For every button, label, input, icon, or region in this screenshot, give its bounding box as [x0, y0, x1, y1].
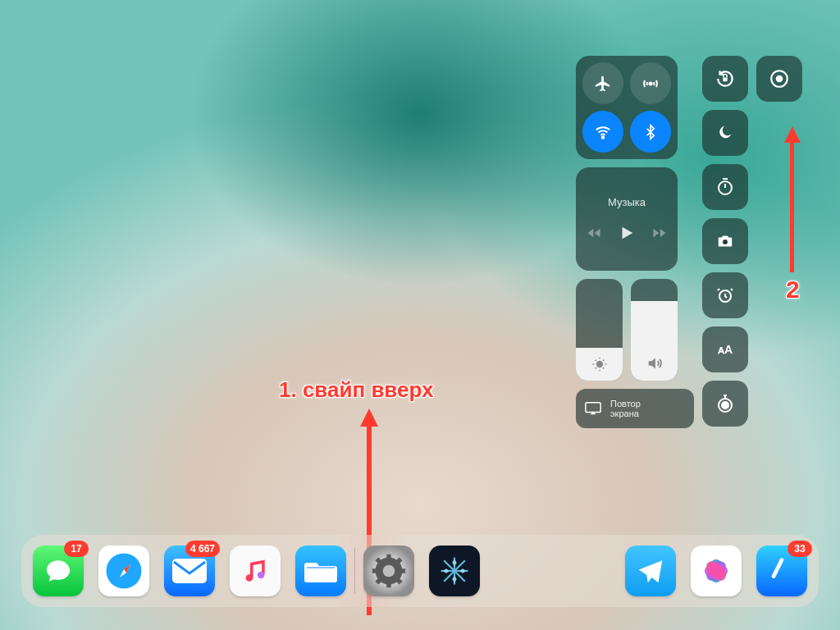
stopwatch-icon [715, 394, 735, 413]
rotation-lock-icon [714, 68, 736, 89]
messages-badge: 17 [64, 541, 89, 557]
photos-icon [696, 551, 736, 591]
sliders-group [576, 279, 694, 381]
wifi-toggle[interactable] [582, 111, 623, 153]
svg-point-16 [258, 572, 265, 579]
settings-app[interactable] [363, 546, 414, 596]
appstore-icon [765, 555, 798, 587]
forward-icon[interactable] [651, 226, 669, 240]
telegram-app[interactable] [625, 546, 676, 596]
airplane-mode-toggle[interactable] [582, 62, 623, 104]
play-icon[interactable] [618, 223, 636, 243]
timer-button[interactable] [702, 164, 748, 210]
bluetooth-toggle[interactable] [630, 111, 671, 153]
cc-column-tiles: ᴀA [702, 56, 748, 427]
dark-app[interactable] [429, 546, 480, 596]
volume-icon [631, 354, 678, 372]
do-not-disturb-button[interactable] [702, 110, 748, 156]
mail-badge: 4 667 [185, 541, 220, 557]
svg-point-15 [246, 574, 253, 582]
dock-center-group [363, 546, 480, 596]
gear-icon [371, 553, 407, 589]
media-widget[interactable]: Музыка [576, 167, 678, 271]
screen-record-button[interactable] [756, 56, 802, 102]
messages-app[interactable]: 17 [33, 546, 84, 596]
svg-point-18 [383, 565, 395, 578]
svg-rect-4 [723, 77, 727, 81]
folder-icon [304, 558, 337, 584]
camera-icon [715, 232, 735, 250]
screen-mirror-label: Повтор экрана [610, 399, 641, 418]
svg-rect-14 [172, 559, 207, 583]
svg-rect-3 [586, 403, 600, 413]
text-size-icon: ᴀA [718, 343, 732, 356]
annotation-step2: 2 [786, 276, 800, 304]
bluetooth-icon [642, 124, 659, 140]
svg-point-11 [776, 75, 783, 83]
text-size-button[interactable]: ᴀA [702, 326, 748, 372]
control-center: Музыка Пов [576, 56, 802, 428]
safari-icon [103, 550, 145, 592]
mail-app[interactable]: 4 667 [164, 546, 215, 596]
connectivity-group [576, 56, 678, 159]
telegram-icon [635, 555, 666, 587]
cellular-icon [641, 74, 660, 94]
appstore-app[interactable]: 33 [756, 546, 807, 596]
brightness-slider[interactable] [576, 279, 623, 381]
record-icon [769, 68, 790, 89]
svg-point-2 [596, 362, 602, 368]
svg-point-1 [602, 136, 605, 139]
airplane-icon [594, 75, 612, 93]
appstore-badge: 33 [788, 541, 812, 557]
safari-app[interactable] [98, 546, 149, 596]
cellular-data-toggle[interactable] [630, 62, 671, 104]
timer-icon [715, 177, 735, 197]
dock-left-group: 17 4 667 [33, 546, 346, 596]
alarm-icon [715, 285, 735, 305]
brightness-icon [576, 356, 623, 372]
media-title: Музыка [608, 196, 646, 208]
dock: 17 4 667 [21, 535, 819, 607]
screen-mirror-button[interactable]: Повтор экрана [576, 389, 694, 428]
camera-button[interactable] [702, 218, 748, 264]
annotation-step1: 1. свайп вверх [279, 377, 433, 403]
files-app[interactable] [295, 546, 346, 596]
alarm-button[interactable] [702, 272, 748, 318]
rewind-icon[interactable] [585, 226, 603, 240]
svg-point-0 [650, 82, 652, 84]
svg-point-6 [723, 240, 728, 244]
svg-point-9 [721, 401, 729, 409]
orientation-lock-button[interactable] [702, 56, 748, 102]
cc-column-main: Музыка Пов [576, 56, 694, 428]
wifi-icon [594, 123, 612, 141]
cc-column-right [756, 56, 802, 102]
media-controls [585, 223, 669, 243]
volume-slider[interactable] [631, 279, 678, 381]
snowflake-icon [436, 553, 472, 589]
music-icon [241, 555, 269, 587]
dock-separator [354, 548, 355, 594]
music-app[interactable] [230, 546, 281, 596]
messages-icon [43, 557, 74, 585]
airplay-icon [584, 400, 602, 417]
dock-right-group: 33 [625, 546, 807, 596]
stopwatch-button[interactable] [702, 381, 748, 427]
moon-icon [716, 124, 734, 142]
mail-icon [172, 559, 207, 583]
photos-app[interactable] [691, 546, 742, 596]
